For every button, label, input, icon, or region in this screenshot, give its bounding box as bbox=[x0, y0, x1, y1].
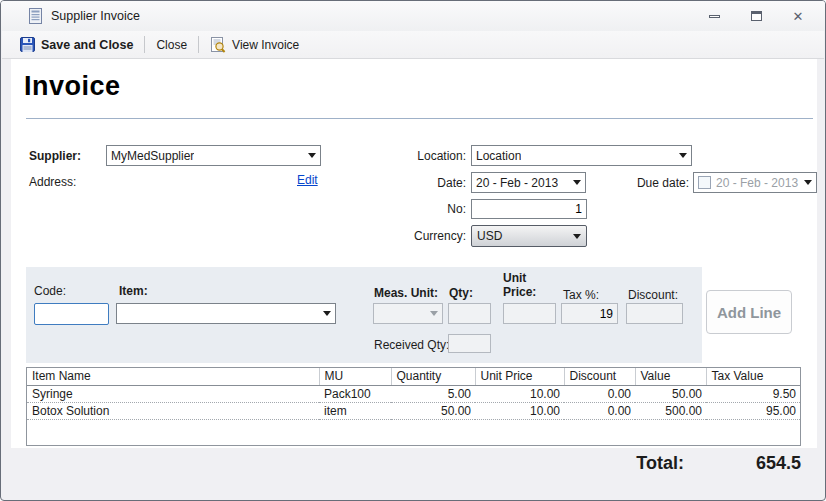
close-button[interactable]: ✕ bbox=[785, 7, 811, 25]
unit-price-label: Unit Price: bbox=[503, 271, 549, 299]
no-label: No: bbox=[396, 202, 466, 216]
received-qty-input bbox=[448, 334, 491, 353]
maximize-button[interactable] bbox=[743, 7, 769, 25]
chevron-down-icon bbox=[308, 153, 316, 158]
edit-address-link[interactable]: Edit bbox=[297, 173, 318, 187]
code-label: Code: bbox=[34, 284, 66, 298]
cell-value: 50.00 bbox=[635, 385, 706, 402]
cell-unit-price: 10.00 bbox=[475, 402, 564, 419]
window-title: Supplier Invoice bbox=[51, 9, 140, 23]
due-date-label: Due date: bbox=[629, 176, 689, 190]
cell-value: 500.00 bbox=[635, 402, 706, 419]
received-qty-label: Received Qty: bbox=[374, 338, 449, 352]
toolbar-separator bbox=[144, 36, 145, 53]
cell-item-name: Syringe bbox=[27, 385, 319, 402]
save-and-close-button[interactable]: Save and Close bbox=[12, 34, 141, 55]
title-divider bbox=[26, 118, 813, 119]
address-label: Address: bbox=[29, 175, 76, 189]
minimize-icon bbox=[709, 15, 720, 18]
chevron-down-icon bbox=[573, 234, 581, 239]
supplier-label: Supplier: bbox=[29, 149, 81, 163]
col-tax-value[interactable]: Tax Value bbox=[706, 368, 800, 385]
meas-unit-label: Meas. Unit: bbox=[374, 286, 438, 300]
chevron-down-icon bbox=[430, 311, 438, 316]
item-label: Item: bbox=[119, 284, 148, 298]
col-value[interactable]: Value bbox=[635, 368, 706, 385]
date-label: Date: bbox=[396, 176, 466, 190]
save-and-close-label: Save and Close bbox=[41, 38, 133, 52]
currency-combobox[interactable]: USD bbox=[471, 225, 587, 247]
document-icon bbox=[28, 8, 43, 24]
maximize-icon bbox=[751, 11, 762, 21]
table-row[interactable]: Syringe Pack100 5.00 10.00 0.00 50.00 9.… bbox=[27, 385, 800, 402]
cell-quantity: 5.00 bbox=[391, 385, 475, 402]
due-date-value: 20 - Feb - 2013 bbox=[716, 176, 800, 190]
view-invoice-label: View Invoice bbox=[232, 38, 299, 52]
qty-input bbox=[448, 303, 491, 324]
close-toolbar-button[interactable]: Close bbox=[148, 35, 195, 55]
supplier-combobox[interactable]: MyMedSupplier bbox=[106, 145, 321, 166]
chevron-down-icon bbox=[804, 180, 812, 185]
toolbar: Save and Close Close View Invoice bbox=[2, 31, 824, 59]
title-bar[interactable]: Supplier Invoice ✕ bbox=[1, 1, 825, 31]
col-discount[interactable]: Discount bbox=[564, 368, 635, 385]
chevron-down-icon bbox=[573, 180, 581, 185]
col-unit-price[interactable]: Unit Price bbox=[475, 368, 564, 385]
location-label: Location: bbox=[396, 149, 466, 163]
page-title: Invoice bbox=[24, 71, 121, 102]
view-invoice-icon bbox=[210, 37, 226, 53]
items-grid[interactable]: Item Name MU Quantity Unit Price Discoun… bbox=[26, 367, 801, 446]
supplier-invoice-window: Supplier Invoice ✕ Save and Close bbox=[0, 0, 826, 501]
tax-input[interactable] bbox=[561, 303, 618, 324]
cell-unit-price: 10.00 bbox=[475, 385, 564, 402]
cell-discount: 0.00 bbox=[564, 402, 635, 419]
unit-price-input bbox=[503, 303, 556, 324]
close-icon: ✕ bbox=[793, 9, 804, 24]
chevron-down-icon bbox=[679, 153, 687, 158]
due-date-checkbox[interactable] bbox=[698, 176, 711, 189]
currency-label: Currency: bbox=[396, 229, 466, 243]
view-invoice-button[interactable]: View Invoice bbox=[202, 34, 307, 56]
total-value: 654.5 bbox=[661, 453, 801, 474]
add-line-button[interactable]: Add Line bbox=[706, 290, 792, 334]
invoice-no-input[interactable] bbox=[471, 199, 587, 219]
table-row[interactable]: Botox Solution item 50.00 10.00 0.00 500… bbox=[27, 402, 800, 419]
qty-label: Qty: bbox=[449, 286, 473, 300]
tax-label: Tax %: bbox=[563, 288, 599, 302]
minimize-button[interactable] bbox=[701, 7, 727, 25]
date-picker[interactable]: 20 - Feb - 2013 bbox=[471, 172, 586, 193]
close-label: Close bbox=[156, 38, 187, 52]
chevron-down-icon bbox=[323, 311, 331, 316]
code-input[interactable] bbox=[34, 303, 109, 325]
toolbar-separator bbox=[198, 36, 199, 53]
cell-item-name: Botox Solution bbox=[27, 402, 319, 419]
col-quantity[interactable]: Quantity bbox=[391, 368, 475, 385]
location-combobox[interactable]: Location bbox=[471, 145, 692, 166]
item-combobox[interactable] bbox=[116, 303, 336, 324]
cell-tax-value: 9.50 bbox=[706, 385, 800, 402]
col-item-name[interactable]: Item Name bbox=[27, 368, 319, 385]
meas-unit-combobox bbox=[373, 303, 443, 324]
save-icon bbox=[20, 37, 35, 52]
due-date-picker[interactable]: 20 - Feb - 2013 bbox=[693, 172, 817, 193]
currency-value: USD bbox=[477, 229, 502, 243]
cell-tax-value: 95.00 bbox=[706, 402, 800, 419]
grid-header-row: Item Name MU Quantity Unit Price Discoun… bbox=[27, 368, 800, 385]
discount-input[interactable] bbox=[626, 303, 683, 324]
discount-label: Discount: bbox=[628, 288, 678, 302]
cell-mu: item bbox=[319, 402, 391, 419]
date-value: 20 - Feb - 2013 bbox=[476, 176, 558, 190]
cell-discount: 0.00 bbox=[564, 385, 635, 402]
cell-mu: Pack100 bbox=[319, 385, 391, 402]
cell-quantity: 50.00 bbox=[391, 402, 475, 419]
supplier-value: MyMedSupplier bbox=[111, 149, 194, 163]
location-value: Location bbox=[476, 149, 521, 163]
col-mu[interactable]: MU bbox=[319, 368, 391, 385]
